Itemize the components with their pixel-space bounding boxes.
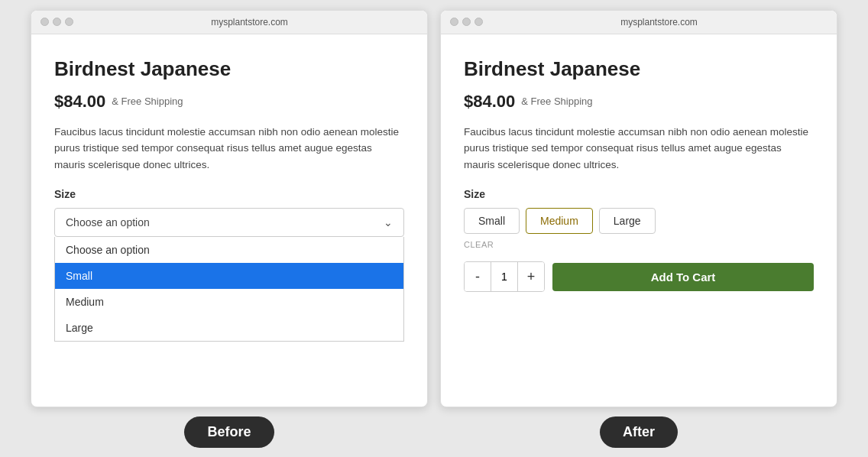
after-browser-url: mysplantstore.com: [491, 17, 828, 28]
quantity-value: 1: [491, 262, 518, 291]
after-dot-2: [462, 18, 471, 26]
after-product-title: Birdnest Japanese: [464, 57, 814, 81]
after-dot-3: [474, 18, 483, 26]
before-price-row: $84.00 & Free Shipping: [54, 92, 404, 112]
after-browser-dots: [450, 18, 483, 26]
add-to-cart-button[interactable]: Add To Cart: [552, 263, 814, 291]
after-panel-wrapper: mysplantstore.com Birdnest Japanese $84.…: [440, 10, 837, 448]
panels-container: mysplantstore.com Birdnest Japanese $84.…: [0, 0, 868, 457]
before-dropdown-menu: Choose an option Small Medium Large: [54, 237, 404, 342]
after-browser-bar: mysplantstore.com: [441, 11, 837, 34]
before-price: $84.00: [54, 92, 105, 112]
chevron-down-icon: ⌄: [384, 216, 393, 228]
before-select-value: Choose an option: [66, 216, 150, 228]
clear-label[interactable]: CLEAR: [464, 240, 814, 249]
dropdown-item-large[interactable]: Large: [55, 315, 403, 341]
before-product-title: Birdnest Japanese: [54, 57, 404, 81]
cart-row: - 1 + Add To Cart: [464, 261, 814, 292]
before-browser-url: mysplantstore.com: [81, 17, 418, 28]
before-select-display[interactable]: Choose an option ⌄: [54, 208, 404, 237]
qty-minus-button[interactable]: -: [465, 262, 491, 291]
after-size-label: Size: [464, 188, 814, 200]
dropdown-item-small[interactable]: Small: [55, 263, 403, 289]
before-size-label: Size: [54, 188, 404, 200]
after-browser-content: Birdnest Japanese $84.00 & Free Shipping…: [441, 34, 837, 323]
before-browser-bar: mysplantstore.com: [31, 11, 427, 34]
before-label: Before: [184, 416, 274, 448]
before-panel-wrapper: mysplantstore.com Birdnest Japanese $84.…: [31, 10, 428, 448]
after-dot-1: [450, 18, 458, 26]
dropdown-item-choose[interactable]: Choose an option: [55, 237, 403, 263]
after-label: After: [600, 416, 678, 448]
dropdown-item-medium[interactable]: Medium: [55, 289, 403, 315]
dot-2: [53, 18, 61, 26]
before-free-shipping: & Free Shipping: [112, 96, 183, 107]
dot-1: [40, 18, 49, 26]
before-description: Faucibus lacus tincidunt molestie accums…: [54, 124, 404, 173]
before-browser-dots: [40, 18, 73, 26]
after-price-row: $84.00 & Free Shipping: [464, 92, 814, 112]
dot-3: [65, 18, 73, 26]
after-size-buttons: Small Medium Large: [464, 208, 814, 234]
after-browser-window: mysplantstore.com Birdnest Japanese $84.…: [440, 10, 837, 407]
before-select-wrapper: Choose an option ⌄ Choose an option Smal…: [54, 208, 404, 237]
after-price: $84.00: [464, 92, 515, 112]
after-free-shipping: & Free Shipping: [521, 96, 592, 107]
size-btn-large[interactable]: Large: [599, 208, 656, 234]
before-browser-content: Birdnest Japanese $84.00 & Free Shipping…: [31, 34, 427, 268]
size-btn-small[interactable]: Small: [464, 208, 520, 234]
qty-plus-button[interactable]: +: [518, 262, 544, 291]
after-description: Faucibus lacus tincidunt molestie accums…: [464, 124, 814, 173]
before-browser-window: mysplantstore.com Birdnest Japanese $84.…: [31, 10, 428, 407]
quantity-controls: - 1 +: [464, 261, 545, 292]
size-btn-medium[interactable]: Medium: [526, 208, 593, 234]
